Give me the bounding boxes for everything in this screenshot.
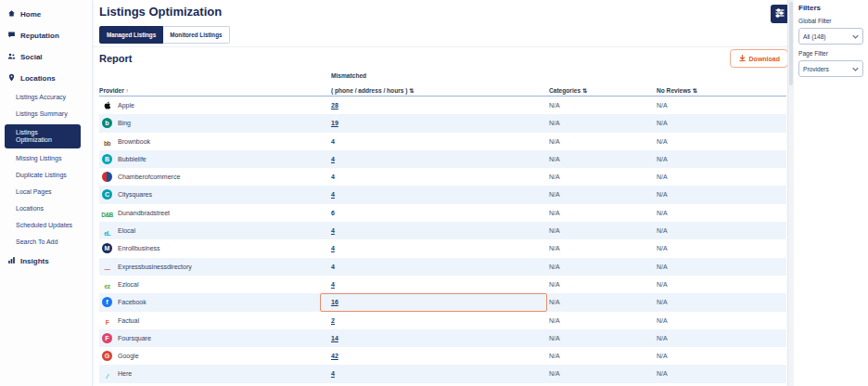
provider-icon: B xyxy=(102,154,112,164)
mismatched-count-link[interactable]: 4 xyxy=(331,245,335,251)
sidebar-subitem-listings-summary[interactable]: Listings Summary xyxy=(0,106,92,122)
global-filter-value: All (148) xyxy=(803,33,826,40)
sidebar-item-insights[interactable]: Insights xyxy=(0,251,92,272)
page-title: Listings Optimization xyxy=(99,5,222,19)
no-reviews-value: N/A xyxy=(657,156,668,162)
provider-name: Facebook xyxy=(118,299,147,305)
mismatched-count-link[interactable]: 4 xyxy=(331,227,335,234)
categories-value: N/A xyxy=(549,317,560,324)
no-reviews-value: N/A xyxy=(657,210,668,216)
column-header-categories[interactable]: Categories ⇅ xyxy=(549,81,587,94)
categories-value: N/A xyxy=(549,264,560,270)
categories-value: N/A xyxy=(549,335,560,341)
table-row: eL Elocal 4 N/A N/A xyxy=(99,222,786,239)
no-reviews-value: N/A xyxy=(657,353,668,359)
sliders-icon xyxy=(774,6,785,22)
download-icon xyxy=(738,54,747,63)
sort-icon: ⇅ xyxy=(409,87,414,94)
no-reviews-value: N/A xyxy=(657,191,668,198)
global-filter-select[interactable]: All (148) xyxy=(798,28,863,45)
no-reviews-value: N/A xyxy=(657,370,668,377)
location-pin-icon xyxy=(7,73,16,84)
sidebar-subitem-search-to-add[interactable]: Search To Add xyxy=(0,234,92,251)
sort-icon: ⇅ xyxy=(582,87,587,94)
insights-icon xyxy=(7,256,16,266)
table-body: Apple 28 N/A N/A b Bing 19 N/A N/A bb Br… xyxy=(93,96,791,386)
download-label: Download xyxy=(749,56,780,62)
no-reviews-value: N/A xyxy=(657,264,668,270)
sidebar-subitem-locations[interactable]: Locations xyxy=(0,200,92,217)
filters-toggle-button[interactable] xyxy=(771,5,789,23)
table-row: M Enrollbusiness 4 N/A N/A xyxy=(99,239,786,257)
column-header-provider[interactable]: Provider ↑ xyxy=(99,81,129,94)
table-row: B Bubblelife 4 N/A N/A xyxy=(99,150,786,168)
column-header-no-reviews[interactable]: No Reviews ⇅ xyxy=(657,81,697,94)
table-row: Chamberofcommerce 4 N/A N/A xyxy=(99,168,786,186)
provider-icon: F xyxy=(102,333,112,343)
social-icon xyxy=(7,52,16,62)
sidebar-subitem-scheduled-updates[interactable]: Scheduled Updates xyxy=(0,217,92,234)
provider-icon: F xyxy=(102,315,112,326)
sidebar-item-label: Insights xyxy=(20,257,49,265)
provider-name: Here xyxy=(118,370,132,377)
provider-icon xyxy=(102,172,112,182)
categories-value: N/A xyxy=(549,245,560,251)
mismatched-count-link[interactable]: 4 xyxy=(331,156,335,162)
sidebar-subitem-local-pages[interactable]: Local Pages xyxy=(0,184,92,200)
mismatched-count-link[interactable]: 4 xyxy=(331,281,335,288)
page-filter-select[interactable]: Providers xyxy=(798,60,863,77)
mismatched-count-link[interactable]: 2 xyxy=(331,317,335,324)
table-row: G Google 42 N/A N/A xyxy=(99,347,786,365)
sidebar-subitem-missing-listings[interactable]: Missing Listings xyxy=(0,150,92,167)
provider-icon: G xyxy=(102,351,112,361)
no-reviews-value: N/A xyxy=(657,245,668,251)
mismatched-count-link[interactable]: 16 xyxy=(331,299,338,305)
chevron-down-icon xyxy=(852,66,859,72)
home-icon xyxy=(7,9,16,19)
sidebar-subitem-listings-accuracy[interactable]: Listings Accuracy xyxy=(0,89,92,106)
mismatched-count-link[interactable]: 19 xyxy=(331,120,338,126)
table-header: Provider ↑ Mismatched ( phone / address … xyxy=(99,72,786,96)
sidebar-subitem-duplicate-listings[interactable]: Duplicate Listings xyxy=(0,167,92,184)
sidebar-subitem-listings-optimization[interactable]: Listings Optimization xyxy=(5,124,81,148)
mismatched-count-link[interactable]: 14 xyxy=(331,335,338,341)
tab-bar: Managed Listings Monitored Listings xyxy=(99,26,230,44)
app-root: HomeReputationSocialLocationsListings Ac… xyxy=(0,0,868,386)
provider-name: Citysquares xyxy=(118,191,152,198)
column-header-mismatched[interactable]: Mismatched ( phone / address / hours ) ⇅ xyxy=(331,65,415,95)
mismatched-count-link[interactable]: 28 xyxy=(331,102,338,109)
mismatched-count-link[interactable]: 42 xyxy=(331,353,338,359)
sidebar-item-social[interactable]: Social xyxy=(0,46,92,68)
mismatched-count-link[interactable]: 4 xyxy=(331,191,335,198)
sidebar-item-locations[interactable]: Locations xyxy=(0,68,92,89)
tab-monitored-listings[interactable]: Monitored Listings xyxy=(163,26,229,44)
provider-icon: f xyxy=(102,297,112,307)
no-reviews-value: N/A xyxy=(657,102,668,109)
mismatched-count-link[interactable]: 6 xyxy=(331,210,335,216)
tab-managed-listings[interactable]: Managed Listings xyxy=(99,26,163,44)
sidebar-item-label: Social xyxy=(20,53,43,61)
scrollbar-thumb[interactable] xyxy=(789,2,793,85)
sidebar-item-home[interactable]: Home xyxy=(0,4,92,25)
provider-icon: b xyxy=(102,118,112,128)
download-button[interactable]: Download xyxy=(730,49,788,68)
divider xyxy=(93,46,791,47)
table-row: F Factual 2 N/A N/A xyxy=(99,312,786,329)
categories-value: N/A xyxy=(549,174,560,180)
report-title: Report xyxy=(99,53,132,64)
sidebar-item-label: Reputation xyxy=(20,32,59,40)
no-reviews-value: N/A xyxy=(657,138,668,145)
table-row: D&B Dunandbradstreet 6 N/A N/A xyxy=(99,204,786,222)
provider-icon: eL xyxy=(102,225,112,236)
mismatched-count-link[interactable]: 4 xyxy=(331,370,335,377)
global-filter-label: Global Filter xyxy=(798,18,863,24)
mismatched-count-link[interactable]: 4 xyxy=(331,174,335,180)
mismatched-count-link[interactable]: 4 xyxy=(331,138,335,145)
reputation-icon xyxy=(7,31,16,41)
mismatched-count-link[interactable]: 4 xyxy=(331,264,335,270)
sidebar-item-reputation[interactable]: Reputation xyxy=(0,25,92,46)
vertical-scrollbar[interactable] xyxy=(787,0,794,386)
categories-value: N/A xyxy=(549,353,560,359)
no-reviews-value: N/A xyxy=(657,317,668,324)
table-row: — Expressbusinessdirectory 4 N/A N/A xyxy=(99,258,786,276)
